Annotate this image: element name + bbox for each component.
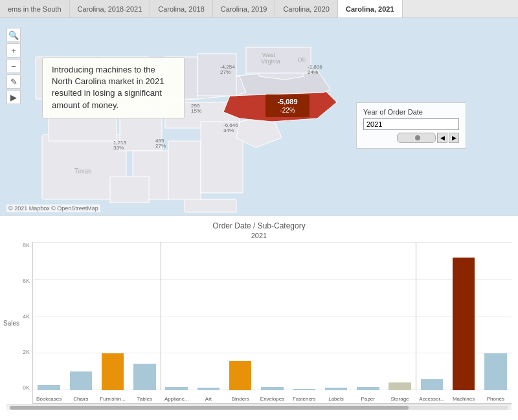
- bar-label-chairs: Chairs: [73, 396, 89, 402]
- chart-area: Sales 8K 6K 4K 2K 0K BookcasesChairsFurn…: [6, 242, 512, 404]
- svg-text:27%: 27%: [155, 143, 166, 149]
- bar-group-binders[interactable]: Binders: [225, 242, 256, 403]
- year-slider-track[interactable]: [397, 133, 436, 143]
- svg-text:34%: 34%: [223, 127, 234, 133]
- bar-label-tables: Tables: [137, 396, 153, 402]
- map-controls: 🔍 + − ✎ ▶: [6, 28, 21, 104]
- y-tick-6k: 6K: [23, 278, 30, 284]
- year-filter-input[interactable]: [363, 118, 459, 130]
- bar-label-phones: Phones: [486, 396, 505, 402]
- bar-binders: [229, 361, 251, 390]
- bar-label-bookcases: Bookcases: [36, 396, 62, 402]
- map-container: Texas Kansas Missouri: [0, 18, 518, 216]
- bar-label-machines: Machines: [452, 396, 475, 402]
- bar-group-art[interactable]: Art: [192, 242, 224, 403]
- map-copyright: © 2021 Mapbox © OpenStreetMap: [6, 204, 100, 212]
- category-divider-technology: [416, 242, 416, 390]
- edit-button[interactable]: ✎: [6, 74, 21, 89]
- bar-paper: [357, 387, 379, 390]
- tab-carolina-2018[interactable]: Carolina, 2018: [150, 0, 213, 17]
- svg-text:33%: 33%: [113, 145, 124, 151]
- scrollbar-track[interactable]: [10, 406, 508, 410]
- tab-carolina-2018-2021[interactable]: Carolina, 2018-2021: [70, 0, 151, 17]
- year-filter-panel: Year of Order Date ◀ ▶: [356, 102, 466, 149]
- bar-group-accessor---[interactable]: Accessor...: [416, 242, 447, 403]
- svg-text:Texas: Texas: [74, 168, 91, 175]
- y-tick-4k: 4K: [23, 313, 30, 320]
- svg-text:27%: 27%: [220, 69, 231, 75]
- bar-chairs: [70, 371, 92, 390]
- bar-tables: [133, 364, 155, 390]
- chart-title: Order Date / Sub-Category: [6, 221, 512, 230]
- svg-text:24%: 24%: [308, 69, 318, 75]
- year-prev-button[interactable]: ◀: [437, 133, 447, 143]
- svg-text:Virginia: Virginia: [261, 58, 280, 65]
- chart-subtitle: 2021: [6, 232, 512, 239]
- category-divider-office-supplies: [161, 242, 161, 390]
- svg-rect-17: [185, 199, 236, 212]
- svg-rect-18: [110, 177, 149, 203]
- y-axis-label: Sales: [3, 320, 19, 327]
- svg-rect-11: [201, 122, 243, 193]
- bar-group-labels[interactable]: Labels: [320, 242, 352, 403]
- zoom-in-button[interactable]: +: [6, 43, 21, 58]
- tab-carolina-2021[interactable]: Carolina, 2021: [338, 0, 403, 17]
- bar-furnishin---: [102, 353, 124, 390]
- bar-group-phones[interactable]: Phones: [480, 242, 512, 403]
- tab-carolina-2020[interactable]: Carolina, 2020: [275, 0, 338, 17]
- bar-machines: [453, 258, 475, 390]
- bar-label-accessor---: Accessor...: [418, 396, 445, 402]
- bar-group-applianc---[interactable]: Applianc...: [161, 242, 192, 403]
- bar-storage: [388, 382, 411, 390]
- bar-group-paper[interactable]: Paper: [352, 242, 384, 403]
- svg-text:-5,089: -5,089: [277, 98, 297, 105]
- year-next-button[interactable]: ▶: [449, 133, 459, 143]
- annotation-box: Introducing machines to the North Caroli…: [42, 57, 185, 118]
- bar-group-furnishin---[interactable]: Furnishin...: [97, 242, 129, 403]
- bar-fasteners: [293, 389, 315, 390]
- svg-rect-10: [168, 141, 201, 199]
- y-tick-8k: 8K: [23, 242, 30, 249]
- scrollbar-thumb[interactable]: [10, 406, 409, 410]
- tab-bar: ems in the South Carolina, 2018-2021 Car…: [0, 0, 518, 18]
- svg-text:DE: DE: [298, 56, 306, 63]
- bar-label-envelopes: Envelopes: [260, 396, 285, 402]
- svg-text:15%: 15%: [191, 108, 201, 114]
- bar-label-fasteners: Fasteners: [292, 396, 317, 402]
- play-button[interactable]: ▶: [6, 90, 21, 104]
- bar-group-tables[interactable]: Tables: [129, 242, 161, 403]
- bar-labels: [325, 388, 347, 390]
- search-button[interactable]: 🔍: [6, 28, 21, 42]
- bar-group-chairs[interactable]: Chairs: [65, 242, 96, 403]
- bar-art: [197, 388, 220, 390]
- bar-label-furnishin---: Furnishin...: [99, 396, 126, 402]
- bar-group-fasteners[interactable]: Fasteners: [288, 242, 320, 403]
- y-tick-0k: 0K: [23, 384, 30, 391]
- scrollbar-bottom[interactable]: [6, 404, 512, 410]
- zoom-out-button[interactable]: −: [6, 59, 21, 73]
- bar-label-paper: Paper: [361, 396, 376, 402]
- bar-applianc---: [165, 387, 187, 390]
- tab-carolina-2019[interactable]: Carolina, 2019: [213, 0, 276, 17]
- bar-group-machines[interactable]: Machines: [447, 242, 479, 403]
- year-filter-controls: ◀ ▶: [363, 133, 459, 143]
- bar-phones: [484, 353, 506, 390]
- bar-bookcases: [38, 385, 60, 390]
- bar-accessor---: [421, 379, 443, 390]
- bar-label-storage: Storage: [390, 396, 410, 402]
- chart-section: Order Date / Sub-Category 2021 Sales 8K …: [0, 216, 518, 420]
- bar-label-labels: Labels: [328, 396, 344, 402]
- bars-container: BookcasesChairsFurnishin...TablesApplian…: [32, 242, 512, 404]
- bar-group-storage[interactable]: Storage: [384, 242, 416, 403]
- bar-label-applianc---: Applianc...: [164, 396, 189, 402]
- bar-label-art: Art: [205, 396, 212, 402]
- bar-label-binders: Binders: [231, 396, 250, 402]
- y-tick-2k: 2K: [23, 349, 30, 355]
- svg-text:West: West: [262, 52, 276, 58]
- svg-text:-22%: -22%: [280, 107, 295, 114]
- bar-group-envelopes[interactable]: Envelopes: [256, 242, 288, 403]
- tab-items-south[interactable]: ems in the South: [0, 0, 70, 17]
- bar-envelopes: [261, 387, 283, 390]
- year-filter-label: Year of Order Date: [363, 108, 459, 116]
- bar-group-bookcases[interactable]: Bookcases: [33, 242, 65, 403]
